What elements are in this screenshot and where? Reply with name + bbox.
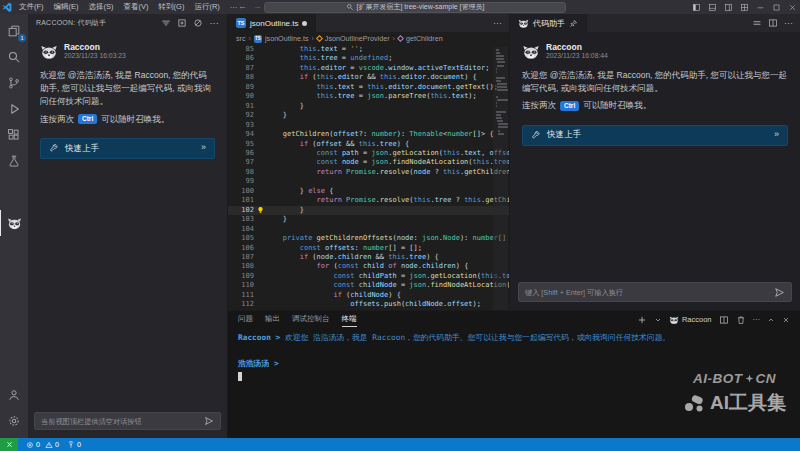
panel-tab[interactable]: 终端 [342, 312, 357, 327]
clear-all-icon[interactable] [161, 18, 171, 28]
panel-tab[interactable]: 调试控制台 [292, 312, 330, 327]
new-chat-icon[interactable] [177, 18, 187, 28]
breadcrumb-file[interactable]: jsonOutline.ts [265, 34, 309, 43]
panel-tab[interactable]: 输出 [265, 312, 280, 327]
terminal-profile[interactable]: Raccoon [669, 315, 712, 325]
close-icon[interactable] [784, 0, 800, 14]
back-arrow-icon[interactable]: ← [238, 1, 247, 11]
ports-indicator[interactable]: 0 [67, 440, 81, 449]
breadcrumb-member[interactable]: getChildren [406, 34, 443, 43]
code-line[interactable]: 86 this.tree = undefined; [228, 54, 509, 63]
gutter [254, 291, 266, 300]
account-icon[interactable] [0, 382, 28, 408]
code-line[interactable]: 101 return Promise.resolve(this.tree ? t… [228, 196, 509, 205]
extensions-icon[interactable] [0, 122, 28, 148]
code-line[interactable]: 109 const childPath = json.getLocation(t… [228, 272, 509, 281]
list-icon[interactable] [752, 18, 762, 28]
new-terminal-icon[interactable] [637, 315, 647, 325]
code-line[interactable]: 90 this.tree = json.parseTree(this.text)… [228, 92, 509, 101]
toggle-secondary-sidebar-icon[interactable] [720, 0, 736, 14]
assistant-input-box[interactable] [518, 282, 792, 302]
code-line[interactable]: 88 if (this.editor && this.editor.docume… [228, 73, 509, 82]
sidebar-input-box[interactable] [34, 412, 221, 430]
code-line[interactable]: 97 const node = json.findNodeAtLocation(… [228, 158, 509, 167]
remote-indicator[interactable] [0, 438, 18, 451]
raccoon-icon[interactable] [0, 210, 28, 236]
menu-item[interactable]: 运行(R) [189, 2, 224, 12]
code-line[interactable]: 102 } [228, 206, 509, 215]
code-line[interactable]: 103 } [228, 215, 509, 224]
testing-beaker-icon[interactable] [0, 148, 28, 174]
toggle-panel-icon[interactable] [704, 0, 720, 14]
code-line[interactable]: 94 getChildren(offset?: number): Thenabl… [228, 130, 509, 139]
code-line[interactable]: 99 [228, 177, 509, 186]
explorer-icon[interactable]: 1 [0, 18, 28, 44]
code-line[interactable]: 85 this.text = ''; [228, 45, 509, 54]
maximize-icon[interactable] [768, 0, 784, 14]
forward-arrow-icon[interactable]: → [253, 1, 262, 11]
gutter [254, 177, 266, 186]
breadcrumb-symbol[interactable]: JsonOutlineProvider [325, 34, 390, 43]
menu-item[interactable]: 编辑(E) [49, 2, 84, 12]
code-line[interactable]: 108 for (const child of node.children) { [228, 262, 509, 271]
trash-icon[interactable] [736, 315, 746, 325]
code-line[interactable]: 111 if (childNode) { [228, 291, 509, 300]
minimap[interactable] [493, 47, 508, 310]
menu-item[interactable]: 转到(G) [154, 2, 190, 12]
problems-indicator[interactable]: 0 0 [26, 440, 59, 449]
settings-gear-icon[interactable] [0, 408, 28, 434]
minimize-icon[interactable] [752, 0, 768, 14]
quickstart-label: 快速上手 [547, 128, 581, 141]
customize-layout-icon[interactable] [736, 0, 752, 14]
editor-more-actions-icon[interactable]: ··· [493, 18, 502, 28]
code-line[interactable]: 107 if (node.children && this.tree) { [228, 253, 509, 262]
dirty-indicator-icon[interactable] [302, 21, 307, 26]
run-debug-icon[interactable] [0, 96, 28, 122]
menu-item[interactable]: 选择(S) [84, 2, 119, 12]
code-line[interactable]: 89 this.text = this.editor.document.getT… [228, 83, 509, 92]
send-icon[interactable] [774, 287, 785, 298]
pin-icon[interactable] [569, 19, 578, 28]
split-terminal-icon[interactable] [719, 315, 729, 325]
more-actions-icon[interactable]: ··· [753, 315, 761, 324]
sidebar-chat-input[interactable] [41, 417, 200, 426]
toggle-sidebar-icon[interactable] [688, 0, 704, 14]
stop-icon[interactable] [193, 18, 203, 28]
code-line[interactable]: 96 const path = json.getLocation(this.te… [228, 149, 509, 158]
command-center-search[interactable]: [扩展开发宿主] tree-view-sample [管理员] [264, 2, 566, 13]
code-line[interactable]: 95 if (offset && this.tree) { [228, 140, 509, 149]
close-panel-icon[interactable] [782, 316, 790, 324]
code-line[interactable]: 92 } [228, 111, 509, 120]
code-line[interactable]: 98 return Promise.resolve(node ? this.ge… [228, 168, 509, 177]
search-icon[interactable] [0, 44, 28, 70]
terminal-content[interactable]: Raccoon > 欢迎您 浩浩汤汤，我是 Raccoon，您的代码助手。您可以… [228, 328, 800, 438]
code-line[interactable]: 93 [228, 121, 509, 130]
code-line[interactable]: 110 const childNode = json.findNodeAtLoc… [228, 281, 509, 290]
more-actions-icon[interactable]: ··· [784, 18, 793, 28]
code-line[interactable]: 106 const offsets: number[] = []; [228, 244, 509, 253]
breadcrumb-root[interactable]: src [236, 34, 246, 43]
tab-jsonoutline[interactable]: TS jsonOutline.ts [228, 14, 316, 32]
code-line[interactable]: 91 } [228, 102, 509, 111]
split-editor-icon[interactable] [768, 18, 778, 28]
more-actions-icon[interactable]: ··· [209, 21, 219, 25]
tab-assistant[interactable]: 代码助手 [510, 14, 587, 32]
code-editor[interactable]: 85 this.text = '';86 this.tree = undefin… [228, 45, 509, 310]
lightbulb-icon[interactable] [254, 206, 266, 215]
code-line[interactable]: 104 [228, 225, 509, 234]
chevron-down-icon[interactable] [654, 316, 662, 324]
quickstart-button[interactable]: 快速上手 » [40, 138, 215, 159]
menu-item[interactable]: 查看(V) [119, 2, 154, 12]
panel-tab[interactable]: 问题 [238, 312, 253, 327]
chevron-up-icon[interactable] [767, 316, 775, 324]
assistant-chat-input[interactable] [525, 288, 770, 297]
send-icon[interactable] [204, 416, 214, 426]
source-control-icon[interactable] [0, 70, 28, 96]
code-line[interactable]: 87 this.editor = vscode.window.activeTex… [228, 64, 509, 73]
gutter [254, 121, 266, 130]
code-line[interactable]: 112 offsets.push(childNode.offset); [228, 300, 509, 309]
menu-item[interactable]: 文件(F) [14, 2, 49, 12]
code-line[interactable]: 105 private getChildrenOffsets(node: jso… [228, 234, 509, 243]
quickstart-button[interactable]: 快速上手 » [522, 125, 788, 146]
code-line[interactable]: 100 } else { [228, 187, 509, 196]
